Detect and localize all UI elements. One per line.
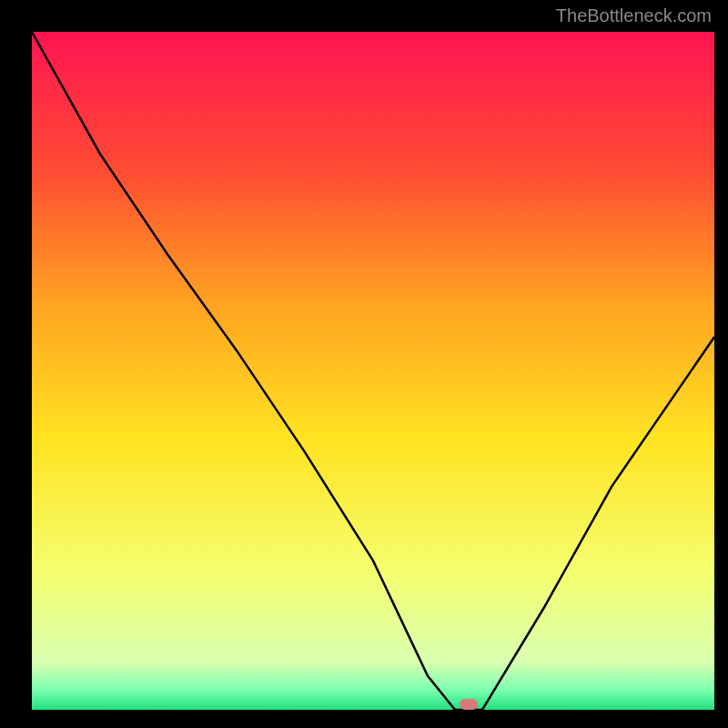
watermark-text: TheBottleneck.com: [556, 5, 712, 26]
bottleneck-curve: [32, 32, 714, 710]
optimal-marker: [460, 699, 478, 710]
chart-plot-area: [32, 32, 714, 710]
